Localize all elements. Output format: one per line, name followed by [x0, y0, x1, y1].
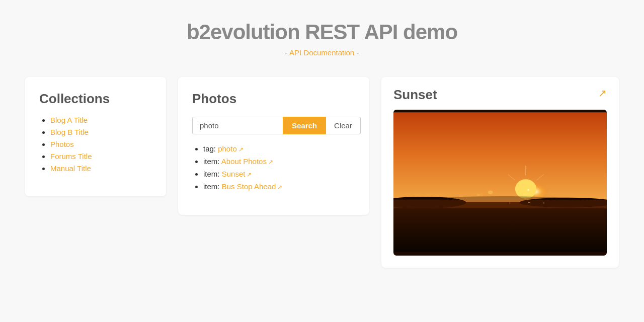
- result-tag-photo-link[interactable]: photo: [218, 144, 237, 153]
- collection-manual[interactable]: Manual Title: [50, 164, 91, 173]
- collections-title: Collections: [39, 91, 152, 107]
- sunset-external-link[interactable]: ↗: [598, 87, 607, 99]
- sunset-header: Sunset ↗: [393, 87, 607, 103]
- page-header: b2evolution REST API demo - API Document…: [0, 0, 644, 67]
- photos-panel: Photos Search Clear tag: photo↗ item: Ab…: [178, 77, 369, 215]
- api-documentation-link[interactable]: API Documentation: [289, 48, 354, 57]
- result-type: tag:: [203, 144, 218, 153]
- collection-blog-a[interactable]: Blog A Title: [50, 116, 88, 124]
- svg-point-6: [488, 190, 493, 194]
- list-item: tag: photo↗: [203, 144, 355, 153]
- collections-panel: Collections Blog A Title Blog B Title Ph…: [25, 77, 166, 196]
- external-link-icon: ↗: [247, 171, 252, 178]
- list-item: Manual Title: [50, 164, 152, 173]
- photos-title: Photos: [192, 91, 355, 107]
- result-type: item:: [203, 170, 222, 178]
- svg-rect-9: [393, 202, 607, 253]
- external-link-icon: ↗: [238, 146, 244, 153]
- collection-blog-b[interactable]: Blog B Title: [50, 128, 89, 136]
- page-subtitle: - API Documentation -: [0, 48, 644, 57]
- list-item: Forums Title: [50, 152, 152, 161]
- search-button[interactable]: Search: [283, 117, 326, 134]
- main-content: Collections Blog A Title Blog B Title Ph…: [0, 67, 644, 278]
- collection-forums[interactable]: Forums Title: [50, 152, 92, 160]
- sunset-panel: Sunset ↗: [381, 77, 619, 268]
- sunset-title: Sunset: [393, 87, 437, 103]
- page-title: b2evolution REST API demo: [0, 20, 644, 44]
- result-bus-stop-link[interactable]: Bus Stop Ahead: [222, 182, 276, 191]
- list-item: Photos: [50, 140, 152, 149]
- svg-rect-15: [393, 200, 607, 208]
- list-item: Blog B Title: [50, 128, 152, 137]
- subtitle-prefix: -: [285, 48, 289, 57]
- list-item: item: Bus Stop Ahead↗: [203, 182, 355, 191]
- collection-photos[interactable]: Photos: [50, 140, 74, 148]
- svg-point-2: [515, 179, 536, 199]
- list-item: item: About Photos↗: [203, 157, 355, 166]
- sunset-svg: [393, 110, 607, 256]
- external-link-icon: ↗: [277, 184, 282, 191]
- result-type: item:: [203, 182, 222, 191]
- results-list: tag: photo↗ item: About Photos↗ item: Su…: [192, 144, 355, 191]
- list-item: item: Sunset↗: [203, 170, 355, 178]
- search-bar: Search Clear: [192, 117, 355, 134]
- collections-list: Blog A Title Blog B Title Photos Forums …: [39, 116, 152, 173]
- clear-button[interactable]: Clear: [326, 117, 361, 134]
- result-type: item:: [203, 157, 221, 166]
- subtitle-suffix: -: [354, 48, 359, 57]
- sunset-image: [393, 110, 607, 256]
- list-item: Blog A Title: [50, 116, 152, 125]
- external-link-icon: ↗: [268, 158, 273, 166]
- result-sunset-link[interactable]: Sunset: [222, 170, 246, 178]
- svg-point-7: [477, 194, 480, 196]
- result-about-photos-link[interactable]: About Photos: [221, 157, 267, 166]
- search-input[interactable]: [192, 117, 283, 134]
